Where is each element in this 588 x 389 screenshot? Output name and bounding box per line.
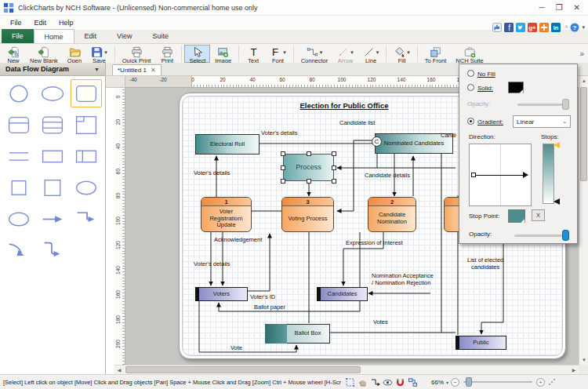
solid-label[interactable]: Solid: (477, 85, 493, 92)
shape-rect-corner[interactable] (71, 111, 102, 139)
chevron-down-icon[interactable]: ▾ (320, 49, 323, 56)
share-icon[interactable] (539, 23, 549, 32)
selection-handle[interactable] (307, 179, 311, 184)
to-front-button[interactable]: To Front (420, 45, 452, 63)
no-fill-label[interactable]: No Fill (477, 71, 495, 78)
facebook-icon[interactable]: f (504, 23, 514, 32)
snap-magnet-icon[interactable] (395, 377, 405, 387)
maximize-button[interactable]: ❐ (556, 2, 563, 13)
horizontal-scroll-thumb[interactable] (125, 366, 361, 373)
selection-handle[interactable] (281, 165, 285, 170)
shape-rounded-2[interactable] (3, 111, 34, 139)
shape-ellipse-3[interactable] (3, 205, 34, 233)
new-button[interactable]: New (2, 45, 25, 63)
shape-rect-divider[interactable] (71, 142, 102, 170)
shape-circle[interactable] (3, 79, 34, 107)
chevron-down-icon[interactable]: ▾ (407, 49, 410, 56)
node-electoral-roll[interactable]: Electoral Roll (195, 134, 260, 155)
shape-curve-arrow[interactable] (3, 236, 34, 264)
shape-square[interactable] (3, 173, 34, 202)
shape-elbow-arrow[interactable] (71, 205, 102, 233)
shape-square-2[interactable] (37, 173, 68, 202)
quick-print-button[interactable]: Quick Print (118, 45, 156, 63)
linkedin-icon[interactable]: in (551, 23, 561, 32)
zoom-slider[interactable] (463, 381, 532, 383)
shape-parallel-lines[interactable] (3, 142, 34, 170)
menu-help[interactable]: Help (53, 17, 79, 28)
menu-file[interactable]: File (5, 17, 27, 28)
select-mode-icon[interactable] (345, 377, 355, 387)
document-close-icon[interactable]: ✕ (151, 67, 156, 74)
zoom-level[interactable]: 66% (431, 379, 444, 386)
close-button[interactable]: ✕ (574, 2, 580, 13)
menu-edit[interactable]: Edit (29, 17, 53, 28)
selection-handle[interactable] (281, 179, 285, 184)
scroll-down-icon[interactable]: ▼ (579, 355, 588, 365)
zoom-dropdown-icon[interactable]: ▾ (446, 380, 448, 385)
print-button[interactable]: Print (155, 45, 179, 63)
zoom-out-button[interactable]: − (451, 378, 459, 387)
shape-ellipse[interactable] (37, 79, 68, 107)
tab-suite[interactable]: Suite (142, 29, 179, 43)
gradient-radio[interactable] (467, 118, 474, 125)
node-voter-registration[interactable]: 1Voter Registration\ Update (201, 197, 252, 232)
like-icon[interactable] (492, 23, 502, 32)
vertical-scrollbar[interactable]: ▲ ▼ (579, 76, 588, 365)
zoom-slider-thumb[interactable] (466, 377, 472, 387)
help-icon[interactable]: ? (570, 23, 579, 32)
chevron-down-icon[interactable]: ▾ (350, 49, 354, 56)
shape-rectangle[interactable] (37, 142, 68, 170)
auto-layout-icon[interactable] (408, 377, 418, 387)
node-candidates[interactable]: Candidates (317, 287, 368, 301)
shape-s-arrow[interactable] (37, 236, 68, 264)
image-button[interactable]: Image (210, 45, 236, 63)
document-tab[interactable]: *Untitled 1 ✕ (112, 64, 162, 75)
gradient-opacity-knob[interactable] (562, 230, 569, 241)
scroll-up-icon[interactable]: ▲ (579, 76, 588, 85)
tab-home[interactable]: Home (34, 29, 74, 43)
line-button[interactable]: ▾Line (358, 45, 384, 63)
stop-marker-top[interactable] (554, 142, 560, 148)
toolbar-overflow-button[interactable]: » (577, 49, 586, 58)
preview-eye-icon[interactable] (383, 377, 393, 387)
chevron-down-icon[interactable]: ▾ (104, 49, 107, 56)
twitter-icon[interactable] (516, 23, 525, 32)
direction-arrow[interactable] (474, 175, 523, 176)
rotation-handle[interactable]: C (372, 136, 382, 147)
node-voters[interactable]: Voters (195, 287, 248, 301)
chevron-down-icon[interactable]: ▾ (376, 49, 379, 56)
pan-mode-icon[interactable] (358, 377, 368, 387)
selection-handle[interactable] (332, 179, 336, 184)
shape-ellipse-2[interactable] (71, 173, 102, 202)
connector-button[interactable]: ▾Connector (296, 45, 333, 63)
select-button[interactable]: Select (184, 45, 210, 63)
shape-arrow[interactable] (37, 205, 68, 233)
selection-handle[interactable] (332, 151, 336, 156)
selection-handle[interactable] (281, 151, 285, 156)
chevron-down-icon[interactable]: ▾ (283, 49, 286, 56)
fill-button[interactable]: ▾Fill (389, 45, 415, 63)
no-fill-radio[interactable] (467, 70, 474, 77)
connector-mode-icon[interactable] (370, 377, 380, 387)
node-voting-process[interactable]: 3Voting Process (281, 197, 334, 232)
stop-marker-bottom[interactable] (554, 198, 560, 205)
selection-handle[interactable] (307, 151, 311, 156)
gradient-type-select[interactable]: Linear⌄ (513, 115, 571, 128)
tab-edit[interactable]: Edit (74, 29, 107, 43)
gradient-label[interactable]: Gradient: (477, 118, 503, 125)
resize-grip[interactable] (549, 379, 555, 385)
arrow-button[interactable]: ▾Arrow (332, 45, 358, 63)
node-ballot-box[interactable]: Ballot Box (265, 324, 330, 344)
node-candidate-nomination[interactable]: 2Candidate Nomination (368, 197, 416, 232)
font-button[interactable]: F▾Font (265, 45, 291, 63)
gradient-stops-bar[interactable] (543, 144, 554, 204)
tab-view[interactable]: View (107, 29, 142, 43)
node-process[interactable]: Process (283, 154, 334, 181)
minimize-button[interactable]: ─ (539, 2, 545, 13)
tab-file[interactable]: File (2, 29, 34, 43)
solid-color-swatch[interactable]: ◢ (508, 82, 524, 93)
save-button[interactable]: ▾Save (86, 45, 112, 63)
node-public[interactable]: Public (456, 336, 506, 350)
zoom-in-button[interactable]: + (536, 378, 545, 387)
caret-up-icon[interactable]: ˄ (564, 24, 568, 30)
